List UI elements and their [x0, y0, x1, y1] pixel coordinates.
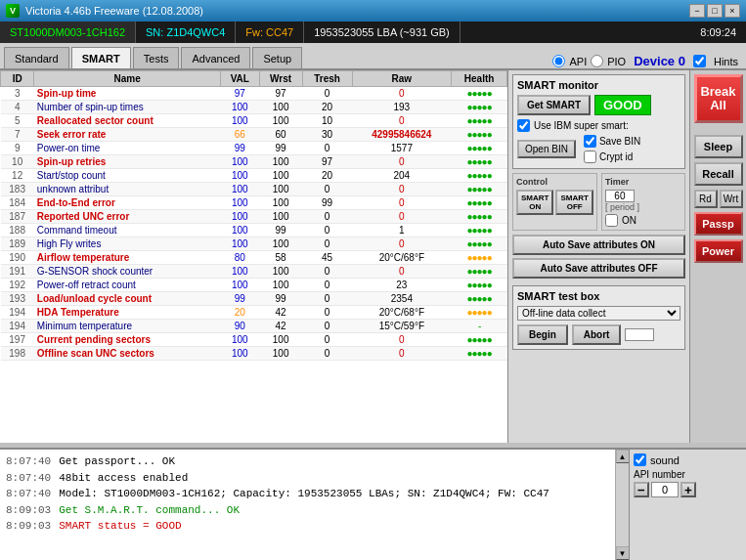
wrt-button[interactable]: Wrt — [720, 190, 743, 208]
cell-wrst: 100 — [259, 169, 302, 183]
app-icon: V — [6, 4, 20, 18]
sound-checkbox[interactable] — [634, 453, 646, 466]
power-button[interactable]: Power — [694, 239, 743, 263]
crypt-id-checkbox[interactable] — [584, 151, 596, 163]
hints-checkbox[interactable] — [693, 55, 706, 67]
table-row: 10 Spin-up retries 100 100 97 0 ●●●●● — [1, 155, 507, 169]
cell-name: Command timeout — [34, 224, 221, 237]
cell-raw: 1 — [352, 224, 452, 237]
get-smart-button[interactable]: Get SMART — [517, 95, 591, 115]
cell-tresh: 97 — [302, 155, 352, 169]
cell-health: ●●●●● — [452, 224, 507, 237]
cell-raw: 42995846624 — [352, 128, 452, 142]
cell-id: 197 — [1, 333, 34, 347]
cell-id: 190 — [1, 251, 34, 265]
window-controls: − □ × — [689, 4, 740, 18]
tab-setup[interactable]: Setup — [252, 47, 302, 68]
cell-val: 100 — [220, 224, 259, 237]
minimize-button[interactable]: − — [689, 4, 705, 18]
cell-health: ●●●●● — [452, 169, 507, 183]
cell-wrst: 100 — [259, 155, 302, 169]
cell-wrst: 99 — [259, 292, 302, 306]
begin-button[interactable]: Begin — [517, 324, 568, 345]
cell-name: unknown attribut — [34, 183, 221, 196]
log-message: SMART status = GOOD — [59, 518, 181, 535]
cell-val: 100 — [220, 347, 259, 361]
cell-tresh: 0 — [302, 306, 352, 320]
scroll-down-button[interactable]: ▼ — [616, 546, 630, 560]
cell-id: 184 — [1, 196, 34, 210]
cell-raw: 0 — [352, 87, 452, 101]
auto-save-section: Auto Save attributes ON Auto Save attrib… — [512, 235, 685, 281]
save-bin-checkbox[interactable] — [584, 135, 596, 148]
cell-id: 187 — [1, 210, 34, 224]
log-message: 48bit access enabled — [59, 470, 188, 487]
cell-tresh: 0 — [302, 224, 352, 237]
test-btn-row: Begin Abort — [517, 324, 680, 345]
table-row: 4 Number of spin-up times 100 100 20 193… — [1, 101, 507, 114]
log-entry: 8:07:4048bit access enabled — [6, 470, 609, 487]
cell-name: Seek error rate — [34, 128, 221, 142]
cell-tresh: 10 — [302, 114, 352, 128]
auto-save-off-button[interactable]: Auto Save attributes OFF — [512, 258, 685, 279]
tab-advanced[interactable]: Advanced — [181, 47, 250, 68]
ibm-checkbox[interactable] — [517, 119, 530, 132]
break-all-button[interactable]: BreakAll — [694, 74, 743, 123]
maximize-button[interactable]: □ — [707, 4, 723, 18]
tab-smart[interactable]: SMART — [71, 47, 131, 68]
cell-raw: 0 — [352, 265, 452, 279]
log-entry: 8:09:03Get S.M.A.R.T. command... OK — [6, 502, 609, 519]
auto-save-on-button[interactable]: Auto Save attributes ON — [512, 235, 685, 255]
api-minus-button[interactable]: − — [634, 482, 649, 497]
far-right-panel: BreakAll Sleep Recall Rd Wrt Passp Power — [689, 70, 746, 443]
log-entry: 8:07:40Model: ST1000DM003-1CH162; Capaci… — [6, 486, 609, 502]
cell-name: Start/stop count — [34, 169, 221, 183]
timer-input[interactable]: 60 — [605, 190, 635, 202]
log-time: 8:07:40 — [6, 453, 51, 470]
table-row: 12 Start/stop count 100 100 20 204 ●●●●● — [1, 169, 507, 183]
table-row: 194 HDA Temperature 20 42 0 20°C/68°F ●●… — [1, 306, 507, 320]
cell-tresh: 0 — [302, 87, 352, 101]
title-text: V Victoria 4.46b Freeware (12.08.2008) — [6, 4, 203, 18]
api-value: 0 — [651, 482, 679, 497]
cell-id: 189 — [1, 237, 34, 251]
rd-button[interactable]: Rd — [694, 190, 718, 208]
cell-health: ●●●●● — [452, 128, 507, 142]
test-number-input[interactable] — [625, 328, 654, 341]
cell-val: 100 — [220, 210, 259, 224]
passp-button[interactable]: Passp — [694, 212, 743, 236]
col-id: ID — [1, 71, 34, 87]
cell-health: ●●●●● — [452, 347, 507, 361]
cell-id: 5 — [1, 114, 34, 128]
cell-wrst: 100 — [259, 196, 302, 210]
on-checkbox[interactable] — [605, 214, 618, 227]
tab-standard[interactable]: Standard — [4, 47, 69, 68]
cell-id: 10 — [1, 155, 34, 169]
close-button[interactable]: × — [724, 4, 740, 18]
cell-raw: 20°C/68°F — [352, 306, 452, 320]
tab-tests[interactable]: Tests — [133, 47, 180, 68]
api-plus-button[interactable]: + — [680, 482, 696, 497]
cell-name: Offline scan UNC sectors — [34, 347, 221, 361]
table-header-row: ID Name VAL Wrst Tresh Raw Health — [1, 71, 507, 87]
smart-off-button[interactable]: SMART OFF — [555, 190, 592, 215]
sleep-button[interactable]: Sleep — [694, 135, 743, 158]
api-number-label: API number — [634, 469, 742, 480]
timer-label: Timer — [605, 177, 681, 187]
cell-name: Number of spin-up times — [34, 101, 221, 114]
cell-id: 9 — [1, 142, 34, 155]
cell-raw: 0 — [352, 237, 452, 251]
pio-radio[interactable] — [591, 55, 603, 67]
test-select[interactable]: Off-line data collect Short self-test Ex… — [517, 306, 680, 321]
open-bin-button[interactable]: Open BIN — [517, 140, 576, 158]
recall-button[interactable]: Recall — [694, 162, 743, 186]
cell-id: 198 — [1, 347, 34, 361]
api-radio[interactable] — [552, 55, 565, 67]
smart-monitor-section: SMART monitor Get SMART GOOD Use IBM sup… — [512, 74, 685, 169]
abort-button[interactable]: Abort — [572, 324, 622, 345]
smart-on-button[interactable]: SMART ON — [516, 190, 553, 215]
serial-number: SN: Z1D4QWC4 — [136, 22, 236, 43]
cell-raw: 0 — [352, 183, 452, 196]
cell-health: ●●●●● — [452, 251, 507, 265]
scroll-up-button[interactable]: ▲ — [616, 450, 630, 463]
